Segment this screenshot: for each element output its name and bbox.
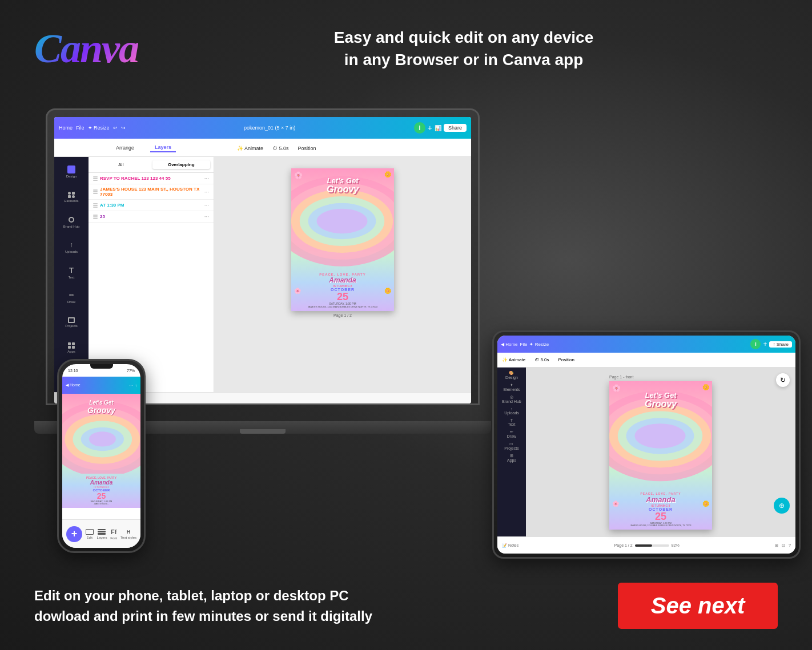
tablet-animate[interactable]: ✨ Animate [502, 357, 525, 362]
sidebar-text[interactable]: T Text [61, 262, 82, 282]
tablet-notes[interactable]: 📝 Notes [502, 543, 518, 548]
phone-canva-bar: ◀ Home ··· ↑ [62, 377, 140, 394]
text-icon: T [69, 266, 74, 274]
layer-label-time: AT 1:30 PM [100, 203, 202, 208]
phone-groovy-design: Let's Get Groovy PEACE, LOVE, PARTY Aman… [62, 394, 140, 508]
phone-add-button[interactable]: + [66, 526, 82, 542]
redo-icon[interactable]: ↪ [121, 125, 126, 131]
tablet-share[interactable]: ↑ Share [769, 341, 792, 348]
undo-icon[interactable]: ↩ [113, 125, 118, 131]
resize-btn[interactable]: ✦ Resize [88, 125, 110, 131]
home-btn[interactable]: Home [59, 125, 73, 131]
tablet-expand-btn[interactable]: ⊕ [774, 498, 790, 514]
tab-design[interactable]: 🎨Design [505, 371, 518, 379]
sidebar-apps[interactable]: Apps [61, 337, 82, 358]
tablet-flower-tr: 🌼 [702, 384, 709, 390]
tab-apps[interactable]: ⊞Apps [507, 454, 516, 462]
tab-projects[interactable]: ▭Projects [504, 442, 518, 450]
layer-more-icon[interactable]: ··· [204, 189, 209, 195]
tablet-page[interactable]: Let's Get Groovy PEACE, LOVE, PARTY Aman… [609, 381, 712, 530]
flower-br: 🌼 [384, 288, 391, 294]
tab-uploads[interactable]: ↑Uploads [504, 407, 519, 415]
sidebar-draw[interactable]: ✏ Draw [61, 287, 82, 308]
tablet-grid-icon[interactable]: ⊞ [775, 543, 778, 548]
tablet: ◀ Home File ✦ Resize I + ↑ Share ✨ Anima… [492, 330, 801, 559]
tablet-page-num: Page 1 / 2 [614, 543, 633, 547]
phone-content: 12:10 77% ◀ Home ··· ↑ [62, 364, 140, 548]
layer-more-icon[interactable]: ··· [204, 213, 209, 220]
layers-panel: All Overlapping RSVP TO RACHEL 123 123 4… [89, 157, 214, 392]
file-btn[interactable]: File [76, 125, 85, 131]
tablet-refresh-btn[interactable]: ↻ [776, 373, 790, 387]
tab-elements[interactable]: ✦Elements [503, 383, 520, 391]
tablet-duration[interactable]: ⏱ 5.0s [534, 357, 549, 362]
share-button[interactable]: Share [444, 124, 467, 132]
tablet-toolbar: ✨ Animate ⏱ 5.0s Position [497, 353, 795, 368]
tablet-progress-bar [635, 544, 669, 547]
duration-tab[interactable]: ⏱ 5.0s [272, 146, 289, 151]
animate-tab[interactable]: ✨ Animate [237, 146, 263, 151]
all-btn[interactable]: All [92, 160, 150, 169]
tablet-help-icon[interactable]: ? [789, 543, 791, 548]
footer-line2: dowload and print in few minutes or send… [34, 606, 372, 627]
svg-point-11 [89, 431, 116, 446]
editor-main: Design Elements [54, 157, 471, 392]
layer-more-icon[interactable]: ··· [204, 175, 209, 181]
phone-notch [90, 364, 113, 369]
tablet-home[interactable]: ◀ Home [501, 342, 518, 347]
layer-item-address[interactable]: JAMES'S HOUSE 123 MAIN ST., HOUSTON TX 7… [89, 184, 214, 200]
edit-label: Edit [87, 536, 93, 539]
tablet-position[interactable]: Position [558, 357, 574, 362]
overlapping-btn[interactable]: Overlapping [152, 160, 211, 169]
footer-text: Edit on your phone, tablet, laptop or de… [34, 586, 372, 627]
editor-canvas: Page 1 - front [214, 157, 471, 392]
layer-label-rsvp: RSVP TO RACHEL 123 123 44 55 [100, 176, 202, 181]
sidebar-brand[interactable]: Brand Hub [61, 212, 82, 232]
svg-point-5 [316, 209, 367, 234]
plus-icon[interactable]: + [428, 123, 432, 132]
tab-layers[interactable]: Layers [150, 143, 176, 152]
phone-bottom-toolbar: + Edit Layers [62, 519, 140, 548]
tablet-canvas-area: Page 1 - front [526, 368, 795, 536]
canvas-wrapper: Page 1 - front [291, 168, 394, 317]
sidebar-design[interactable]: Design [61, 162, 82, 182]
phone: 12:10 77% ◀ Home ··· ↑ [57, 359, 146, 553]
tablet-fit-icon[interactable]: ⊡ [782, 543, 785, 548]
layer-item-rsvp[interactable]: RSVP TO RACHEL 123 123 44 55 ··· [89, 173, 214, 184]
tablet-progress-fill [635, 544, 652, 547]
canvas-page[interactable]: Let's Get Groovy PEACE, LOVE, PARTY Aman… [291, 168, 394, 311]
date-number: 25 [295, 292, 391, 302]
tab-text[interactable]: TText [508, 418, 516, 426]
flower-tr: 🌼 [384, 171, 391, 177]
sidebar-uploads[interactable]: ↑ Uploads [61, 237, 82, 257]
layer-item-number[interactable]: 25 ··· [89, 211, 214, 223]
phone-layers-btn[interactable]: Layers [97, 529, 107, 539]
phone-options[interactable]: ··· [130, 383, 133, 387]
phone-share[interactable]: ↑ [135, 383, 138, 387]
chart-icon[interactable]: 📊 [435, 125, 441, 131]
phone-font-btn[interactable]: Ff Font [110, 528, 117, 540]
tablet-file[interactable]: File [520, 342, 528, 347]
tablet-plus[interactable]: + [763, 340, 767, 348]
position-tab[interactable]: Position [298, 146, 316, 151]
footer: Edit on your phone, tablet, laptop or de… [0, 562, 812, 650]
layer-more-icon[interactable]: ··· [204, 202, 209, 208]
tablet-sidebar: 🎨Design ✦Elements ◎Brand Hub ↑Uploads TT… [497, 368, 526, 536]
footer-line1: Edit on your phone, tablet, laptop or de… [34, 586, 372, 606]
sidebar-elements[interactable]: Elements [61, 187, 82, 207]
tab-arrange[interactable]: Arrange [111, 144, 139, 152]
phone-home[interactable]: ◀ Home [66, 383, 81, 387]
phone-textstyle-btn[interactable]: H Text styles [120, 529, 136, 539]
layer-item-time[interactable]: AT 1:30 PM ··· [89, 200, 214, 211]
sidebar-projects[interactable]: Projects [61, 312, 82, 333]
tablet-resize[interactable]: ✦ Resize [529, 342, 549, 347]
tab-brand[interactable]: ◎Brand Hub [502, 395, 521, 403]
topbar-left: Home File ✦ Resize ↩ ↪ [59, 125, 126, 131]
tab-draw[interactable]: ✏Draw [507, 430, 516, 438]
phone-edit-btn[interactable]: Edit [86, 529, 94, 539]
see-next-button[interactable]: See next [618, 583, 778, 629]
tablet-groovy-bottom: PEACE, LOVE, PARTY Amanda IS TURNING 8 O… [609, 492, 712, 527]
header: Canva Easy and quick edit on any device … [0, 0, 812, 97]
design-icon [67, 165, 75, 173]
layers-icon [98, 529, 106, 535]
